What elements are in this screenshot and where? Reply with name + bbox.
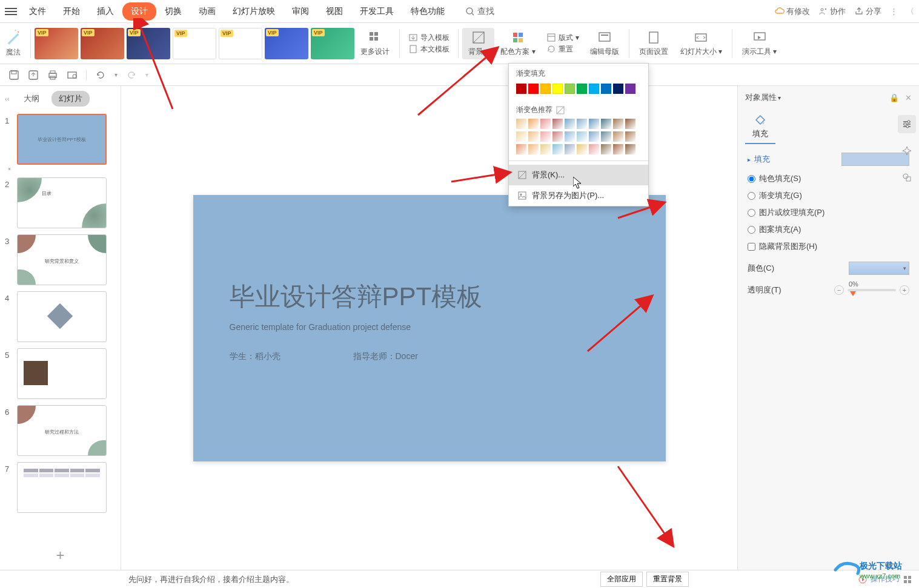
gradient-swatch[interactable]	[565, 144, 575, 154]
gradient-swatch[interactable]	[589, 119, 599, 129]
gradient-swatch[interactable]	[565, 119, 575, 129]
more-menu[interactable]: ⋮	[890, 7, 898, 16]
transparency-minus[interactable]: −	[834, 285, 844, 295]
menu-animation[interactable]: 动画	[190, 2, 224, 21]
menu-insert[interactable]: 插入	[88, 2, 122, 21]
template-4[interactable]: VIP	[173, 28, 216, 59]
redo-icon[interactable]	[126, 70, 137, 81]
gradient-swatch[interactable]	[577, 144, 587, 154]
menu-transition[interactable]: 切换	[156, 2, 190, 21]
menu-dev[interactable]: 开发工具	[351, 2, 402, 21]
apply-all-button[interactable]: 全部应用	[600, 572, 643, 587]
gradient-swatch[interactable]	[528, 119, 539, 129]
gradient-swatch[interactable]	[577, 119, 587, 129]
gradient-swatch[interactable]	[540, 131, 551, 142]
reset-button[interactable]: 重置	[546, 44, 579, 55]
gradient-swatch[interactable]	[601, 144, 611, 154]
reset-bg-button[interactable]: 重置背景	[646, 572, 689, 587]
gradient-swatch[interactable]	[528, 144, 539, 154]
thumbnail-5[interactable]	[17, 348, 107, 399]
gradient-swatch[interactable]	[625, 131, 635, 142]
color-swatch[interactable]	[552, 84, 563, 94]
radio-picture-fill[interactable]: 图片或纹理填充(P)	[748, 207, 909, 218]
radio-pattern-fill[interactable]: 图案填充(A)	[748, 224, 909, 235]
thumbnail-2[interactable]: 目录	[17, 177, 107, 228]
gradient-swatch[interactable]	[528, 131, 539, 142]
thumbnail-7[interactable]	[17, 462, 107, 513]
add-slide-button[interactable]: +	[0, 541, 121, 570]
gradient-swatch[interactable]	[625, 144, 635, 154]
check-hide-bg[interactable]: 隐藏背景图形(H)	[748, 241, 909, 252]
preview-icon[interactable]	[67, 70, 78, 81]
menu-design[interactable]: 设计	[122, 2, 156, 21]
color-dropdown[interactable]	[849, 262, 909, 275]
color-swatch[interactable]	[540, 84, 551, 94]
vbar-settings[interactable]	[898, 115, 916, 133]
color-swatch[interactable]	[589, 84, 599, 94]
print-icon[interactable]	[47, 70, 58, 81]
gradient-swatch[interactable]	[565, 131, 575, 142]
gradient-swatch[interactable]	[540, 144, 551, 154]
template-3[interactable]: VIP	[127, 28, 170, 59]
tab-fill[interactable]: 填充	[745, 109, 775, 144]
gradient-swatch[interactable]	[613, 119, 623, 129]
fill-section-toggle[interactable]: ▸ 填充	[748, 153, 909, 166]
radio-gradient-fill[interactable]: 渐变填充(G)	[748, 190, 909, 201]
gradient-swatch[interactable]	[601, 119, 611, 129]
hamburger-icon[interactable]	[5, 8, 17, 15]
color-swatch[interactable]	[528, 84, 539, 94]
gradient-swatch[interactable]	[540, 119, 551, 129]
color-swatch[interactable]	[577, 84, 587, 94]
color-swatch[interactable]	[601, 84, 611, 94]
color-swatch[interactable]	[625, 84, 635, 94]
color-swatch[interactable]	[516, 84, 526, 94]
template-7[interactable]: VIP	[311, 28, 354, 59]
import-template-button[interactable]: 导入模板	[408, 33, 450, 43]
template-6[interactable]: VIP	[265, 28, 308, 59]
gradient-swatch[interactable]	[625, 119, 635, 129]
tab-slides[interactable]: 幻灯片	[51, 91, 90, 107]
menu-features[interactable]: 特色功能	[402, 2, 453, 21]
more-design-button[interactable]: 更多设计	[354, 28, 396, 59]
chevron-down-icon[interactable]: ▾	[778, 94, 781, 101]
page-setup-button[interactable]: 页面设置	[633, 28, 674, 59]
search-box[interactable]: 查找	[465, 6, 494, 17]
gradient-swatch[interactable]	[601, 131, 611, 142]
template-1[interactable]: VIP	[35, 28, 78, 59]
menu-file[interactable]: 文件	[21, 2, 55, 21]
thumbnail-4[interactable]	[17, 291, 107, 342]
expand-toggle[interactable]: 〈	[906, 6, 914, 17]
gradient-swatch[interactable]	[516, 131, 526, 142]
export-icon[interactable]	[28, 70, 39, 81]
slide-size-button[interactable]: 幻灯片大小 ▾	[674, 28, 728, 59]
thumbnail-3[interactable]: 研究背景和意义	[17, 234, 107, 285]
share-button[interactable]: 分享	[854, 6, 881, 17]
modified-indicator[interactable]: 有修改	[775, 6, 810, 17]
menu-slideshow[interactable]: 幻灯片放映	[224, 2, 284, 21]
lock-icon[interactable]: 🔒	[889, 93, 899, 102]
gradient-swatch[interactable]	[552, 119, 563, 129]
vbar-sparkle[interactable]	[898, 142, 916, 160]
gradient-swatch[interactable]	[589, 131, 599, 142]
gradient-swatch[interactable]	[613, 131, 623, 142]
gradient-swatch[interactable]	[589, 144, 599, 154]
menu-review[interactable]: 审阅	[284, 2, 317, 21]
gradient-swatch[interactable]	[552, 131, 563, 142]
close-icon[interactable]: ✕	[905, 93, 912, 102]
background-button[interactable]: 背景 ▾	[462, 28, 494, 59]
layout-button[interactable]: 版式 ▾	[546, 33, 579, 43]
gradient-swatch[interactable]	[613, 144, 623, 154]
color-scheme-button[interactable]: 配色方案 ▾	[494, 28, 541, 59]
thumbnail-6[interactable]: 研究过程和方法	[17, 405, 107, 456]
gradient-swatch[interactable]	[516, 119, 526, 129]
gradient-swatch[interactable]	[577, 131, 587, 142]
present-tools-button[interactable]: 演示工具 ▾	[736, 28, 783, 59]
save-icon[interactable]	[8, 70, 19, 81]
collapse-chevron-icon[interactable]: ‹‹	[5, 95, 9, 102]
color-swatch[interactable]	[565, 84, 575, 94]
menu-view[interactable]: 视图	[317, 2, 351, 21]
undo-icon[interactable]	[95, 70, 106, 81]
thumbnail-1[interactable]: 毕业设计答辩PPT模板	[17, 114, 107, 165]
color-swatch[interactable]	[613, 84, 623, 94]
doc-template-button[interactable]: 本文模板	[408, 44, 450, 55]
